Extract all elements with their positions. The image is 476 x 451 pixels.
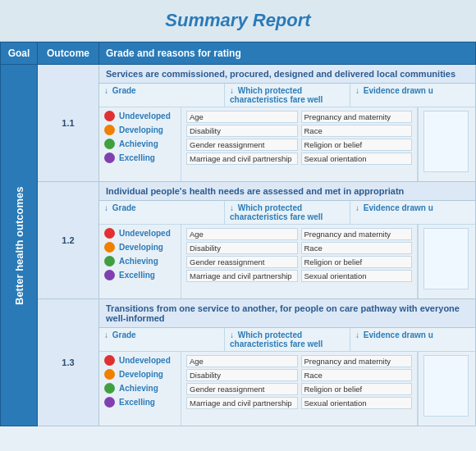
grade-label-achieving: Achieving (119, 257, 158, 266)
sub-header-evidence-1-2: ↓ Evidence drawn u (350, 201, 475, 224)
dot-purple (104, 397, 115, 408)
sub-header-row-1-2: ↓ Grade ↓ Which protected characteristic… (99, 201, 475, 225)
evidence-label: Evidence drawn u (364, 86, 433, 95)
grade-item-undeveloped: Undeveloped (104, 355, 176, 366)
grade-item-achieving: Achieving (104, 383, 176, 394)
evidence-box-1-2 (423, 228, 469, 289)
page-title: Summary Report (0, 10, 476, 31)
outcome-cell-1-1: 1.1 (38, 65, 99, 182)
grade-item-excelling: Excelling (104, 270, 176, 280)
evidence-box-1-3 (423, 355, 469, 417)
evidence-label: Evidence drawn u (364, 330, 433, 339)
protected-item: Race (301, 369, 413, 381)
protected-grid-1-3: Age Pregnancy and maternity Disability R… (186, 355, 412, 409)
protected-item: Age (186, 228, 298, 240)
grade-item-undeveloped: Undeveloped (104, 111, 176, 121)
protected-item: Marriage and civil partnership (186, 153, 298, 165)
sub-header-protected-1-3: ↓ Which protected characteristics fare w… (225, 328, 350, 351)
row-1-3: 1.3 Transitions from one service to anot… (1, 299, 476, 426)
grade-evidence-container-1-1: Undeveloped Developing Achieving Ex (99, 107, 475, 181)
content-cell-1-1: Services are commissioned, procured, des… (99, 65, 476, 182)
protected-item: Race (301, 242, 413, 254)
protected-label: Which protected characteristics fare wel… (230, 203, 323, 221)
arrow-icon: ↓ (355, 86, 359, 95)
dot-green (104, 139, 115, 149)
grade-label: Grade (112, 203, 136, 212)
dot-red (104, 228, 115, 239)
protected-item: Race (301, 125, 413, 137)
protected-grid-1-2: Age Pregnancy and maternity Disability R… (186, 228, 412, 282)
protected-item: Pregnancy and maternity (301, 228, 413, 240)
arrow-icon: ↓ (230, 86, 234, 95)
dot-purple (104, 153, 115, 163)
arrow-icon: ↓ (104, 86, 108, 95)
outcome-id-1-3: 1.3 (62, 358, 74, 367)
sub-header-row-1-1: ↓ Grade ↓ Which protected characteristic… (99, 84, 475, 107)
protected-item: Marriage and civil partnership (186, 397, 298, 409)
grade-evidence-container-1-2: Undeveloped Developing Achieving Ex (99, 225, 475, 298)
dot-green (104, 256, 115, 266)
protected-grid-1-1: Age Pregnancy and maternity Disability R… (186, 111, 412, 165)
arrow-icon: ↓ (355, 203, 359, 212)
dot-purple (104, 270, 115, 280)
grade-label-achieving: Achieving (119, 384, 158, 393)
header-grade-reasons: Grade and reasons for rating (99, 43, 476, 65)
grade-evidence-container-1-3: Undeveloped Developing Achieving Ex (99, 352, 475, 426)
evidence-box-1-1 (423, 111, 469, 172)
protected-item: Age (186, 111, 298, 123)
dot-red (104, 355, 115, 366)
grade-col-1-3: Undeveloped Developing Achieving Ex (99, 352, 181, 426)
dot-red (104, 111, 115, 121)
protected-col-1-1: Age Pregnancy and maternity Disability R… (181, 107, 418, 181)
arrow-icon: ↓ (104, 330, 108, 339)
evidence-col-1-3 (418, 352, 475, 426)
grade-label-developing: Developing (119, 370, 163, 379)
grade-label-undeveloped: Undeveloped (119, 112, 171, 121)
protected-item: Religion or belief (301, 139, 413, 151)
content-cell-1-2: Individual people's health needs are ass… (99, 182, 476, 299)
protected-item: Age (186, 355, 298, 367)
protected-item: Religion or belief (301, 256, 413, 268)
protected-item: Gender reassignment (186, 383, 298, 395)
evidence-col-1-2 (418, 225, 475, 298)
protected-item: Gender reassignment (186, 139, 298, 151)
header-outcome: Outcome (38, 43, 99, 65)
grade-col-1-2: Undeveloped Developing Achieving Ex (99, 225, 181, 298)
grade-item-excelling: Excelling (104, 397, 176, 408)
sub-header-evidence-1-1: ↓ Evidence drawn u (350, 84, 475, 107)
header-goal: Goal (1, 43, 38, 65)
sub-header-row-1-3: ↓ Grade ↓ Which protected characteristic… (99, 328, 475, 352)
grade-label-undeveloped: Undeveloped (119, 356, 171, 365)
protected-item: Disability (186, 369, 298, 381)
sub-header-grade-1-3: ↓ Grade (99, 328, 225, 351)
main-body-row: Better health outcomes 1.1 Services are … (1, 65, 476, 182)
arrow-icon: ↓ (230, 330, 234, 339)
title-bar: Summary Report (0, 0, 476, 42)
dot-orange (104, 125, 115, 135)
goal-cell: Better health outcomes (1, 65, 38, 426)
sub-header-grade-1-1: ↓ Grade (99, 84, 225, 107)
section-title-1-1: Services are commissioned, procured, des… (99, 65, 475, 84)
grade-col-1-1: Undeveloped Developing Achieving Ex (99, 107, 181, 181)
grade-item-undeveloped: Undeveloped (104, 228, 176, 239)
sub-header-protected-1-1: ↓ Which protected characteristics fare w… (225, 84, 350, 107)
arrow-icon: ↓ (230, 203, 234, 212)
protected-item: Sexual orientation (301, 153, 413, 165)
grade-label-developing: Developing (119, 243, 163, 252)
evidence-col-1-1 (418, 107, 475, 181)
grade-label-excelling: Excelling (119, 271, 155, 280)
grade-label-achieving: Achieving (119, 139, 158, 148)
goal-label: Better health outcomes (13, 186, 25, 304)
protected-item: Pregnancy and maternity (301, 111, 413, 123)
section-title-1-3: Transitions from one service to another,… (99, 299, 475, 328)
protected-label: Which protected characteristics fare wel… (230, 330, 323, 348)
content-cell-1-3: Transitions from one service to another,… (99, 299, 476, 426)
grade-item-developing: Developing (104, 242, 176, 253)
outcome-cell-1-3: 1.3 (38, 299, 99, 426)
grade-label-excelling: Excelling (119, 153, 155, 162)
grade-label-excelling: Excelling (119, 398, 155, 407)
grade-item-achieving: Achieving (104, 256, 176, 266)
protected-item: Sexual orientation (301, 270, 413, 282)
sub-header-protected-1-2: ↓ Which protected characteristics fare w… (225, 201, 350, 224)
dot-orange (104, 242, 115, 253)
